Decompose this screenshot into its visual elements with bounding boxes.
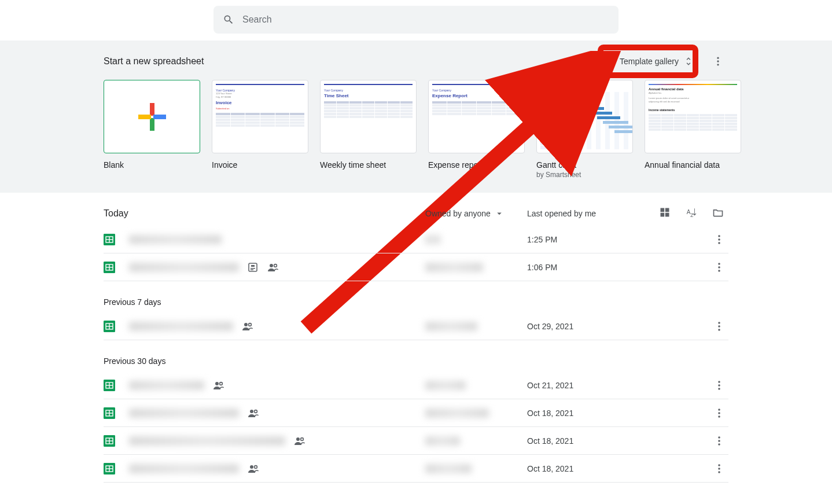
document-date: Oct 18, 2021 (527, 436, 643, 446)
more-vert-icon (712, 56, 724, 67)
template-name: Gantt chart (536, 160, 633, 170)
document-row[interactable]: 1:25 PM (104, 226, 728, 253)
document-owner-area (425, 409, 527, 418)
sheets-file-icon (104, 380, 115, 391)
templates-header: Start a new spreadsheet Template gallery (104, 51, 728, 72)
search-bar[interactable] (213, 6, 619, 34)
template-thumbnail[interactable]: Annual financial data Alphabet Inc. Lore… (645, 80, 741, 153)
svg-rect-4 (150, 118, 154, 131)
shared-icon (241, 321, 253, 332)
svg-point-1 (717, 60, 719, 62)
shared-icon (293, 435, 305, 447)
document-name-area (129, 321, 425, 332)
template-card[interactable]: Your Company Time Sheet Weekly time shee… (320, 80, 417, 179)
document-owner-redacted (425, 436, 460, 446)
document-name-area (129, 435, 425, 447)
sort-options-button[interactable]: AZ (686, 207, 697, 220)
svg-text:Z: Z (690, 212, 693, 218)
templates-more-button[interactable] (708, 51, 728, 72)
open-file-picker-button[interactable] (712, 207, 724, 220)
templates-section: Start a new spreadsheet Template gallery (0, 41, 832, 193)
template-card[interactable]: Annual financial data Alphabet Inc. Lore… (645, 80, 741, 179)
document-date: Oct 29, 2021 (527, 322, 643, 331)
sheets-file-icon (104, 321, 115, 332)
document-name-redacted (129, 322, 233, 331)
list-toolbar: Today Owned by anyone Last opened by me … (104, 207, 728, 220)
documents-section: Today Owned by anyone Last opened by me … (104, 207, 728, 483)
search-bar-area (0, 0, 832, 41)
template-gallery-button[interactable]: Template gallery (612, 52, 696, 71)
svg-rect-5 (138, 115, 151, 119)
document-owner-area (425, 263, 527, 272)
list-group-heading: Previous 30 days (104, 340, 728, 371)
owner-filter-label: Owned by anyone (425, 209, 491, 218)
shared-icon (247, 463, 259, 474)
template-name: Blank (104, 160, 200, 170)
document-name-redacted (129, 235, 222, 244)
document-owner-area (425, 436, 527, 446)
unfold-more-icon (683, 56, 694, 67)
list-heading-today: Today (104, 208, 425, 219)
template-thumbnail[interactable]: GANTT (536, 80, 633, 153)
apps-script-icon (247, 262, 259, 273)
document-name-redacted (129, 409, 239, 418)
template-subtitle: by Smartsheet (536, 171, 633, 179)
template-card[interactable]: Your Company 123 Your StreetCity, ST 000… (212, 80, 308, 179)
search-input[interactable] (241, 6, 609, 34)
document-row[interactable]: 1:06 PM (104, 253, 728, 281)
document-row[interactable]: Oct 18, 2021 (104, 427, 728, 455)
caret-down-icon (494, 208, 505, 219)
sheets-file-icon (104, 234, 115, 245)
svg-rect-6 (153, 115, 166, 119)
document-row[interactable]: Oct 21, 2021 (104, 371, 728, 399)
document-date: Oct 21, 2021 (527, 381, 643, 390)
document-name-area (129, 262, 425, 273)
document-row[interactable]: Oct 18, 2021 (104, 455, 728, 483)
document-date: Oct 18, 2021 (527, 464, 643, 473)
svg-rect-3 (150, 103, 154, 116)
documents-list: 1:25 PM 1:06 PM Previ (104, 226, 728, 483)
document-date: 1:06 PM (527, 263, 643, 272)
shared-icon (212, 380, 224, 391)
document-date: Oct 18, 2021 (527, 409, 643, 418)
owner-filter-dropdown[interactable]: Owned by anyone (425, 208, 527, 219)
svg-point-2 (717, 64, 719, 65)
document-name-redacted (129, 381, 204, 390)
document-owner-redacted (425, 263, 483, 272)
template-thumbnail[interactable]: Your Company Time Sheet (320, 80, 417, 153)
sheets-file-icon (104, 435, 115, 447)
document-owner-area (425, 381, 527, 390)
document-row[interactable]: Oct 18, 2021 (104, 399, 728, 427)
templates-row: Blank Your Company 123 Your StreetCity, … (104, 80, 728, 179)
row-more-button[interactable] (713, 321, 725, 332)
sheets-file-icon (104, 407, 115, 419)
template-name: Invoice (212, 160, 308, 170)
template-card[interactable]: Blank (104, 80, 200, 179)
template-name: Annual financial data (645, 160, 741, 170)
row-more-button[interactable] (713, 380, 725, 391)
grid-view-button[interactable] (659, 207, 671, 220)
document-owner-redacted (425, 409, 489, 418)
document-owner-area (425, 235, 527, 244)
template-card[interactable]: GANTT Gantt chart by Smartsheet (536, 80, 633, 179)
template-card[interactable]: Your Company Expense Report Expense repo… (428, 80, 525, 179)
row-more-button[interactable] (713, 463, 725, 474)
list-toolbar-actions: AZ (643, 207, 728, 220)
document-name-area (129, 463, 425, 474)
document-owner-redacted (425, 464, 472, 473)
document-name-area (129, 380, 425, 391)
template-thumbnail[interactable] (104, 80, 200, 153)
template-name: Weekly time sheet (320, 160, 417, 170)
row-more-button[interactable] (713, 435, 725, 447)
row-more-button[interactable] (713, 262, 725, 273)
row-more-button[interactable] (713, 407, 725, 419)
row-more-button[interactable] (713, 234, 725, 245)
document-row[interactable]: Oct 29, 2021 (104, 312, 728, 340)
template-gallery-label: Template gallery (620, 57, 679, 66)
templates-title: Start a new spreadsheet (104, 56, 204, 67)
svg-point-0 (717, 57, 719, 59)
template-thumbnail[interactable]: Your Company Expense Report (428, 80, 525, 153)
template-thumbnail[interactable]: Your Company 123 Your StreetCity, ST 000… (212, 80, 308, 153)
document-name-area (129, 235, 425, 244)
sort-column-header[interactable]: Last opened by me (527, 209, 643, 218)
